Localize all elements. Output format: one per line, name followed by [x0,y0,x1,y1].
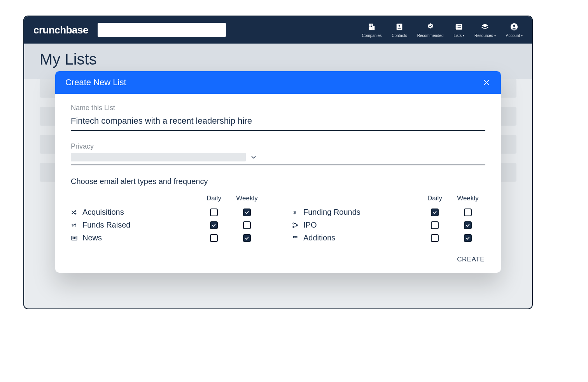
page-title: My Lists [40,51,516,68]
nav-item-companies[interactable]: Companies [362,23,382,38]
merge-icon [71,209,78,216]
alert-row-funding-rounds: $Funding Rounds [292,208,485,217]
col-header-weekly: Weekly [450,195,485,202]
svg-point-14 [513,25,516,27]
news-icon [71,235,78,242]
checkbox-left-0-weekly[interactable] [243,209,251,216]
nav-label: Companies [362,33,382,38]
col-header-daily: Daily [419,195,450,202]
chevron-down-icon: ▾ [494,34,496,37]
app-window: crunchbase CompaniesContactsRecommendedL… [23,16,533,309]
svg-point-21 [296,224,298,226]
modal-title: Create New List [65,77,126,88]
svg-point-7 [399,25,401,26]
checkbox-right-0-daily[interactable] [431,209,439,216]
svg-point-20 [293,226,294,228]
create-list-modal: Create New List Name this List Privacy [55,71,501,273]
alert-label: Acquisitions [82,208,124,217]
modal-footer: CREATE [71,246,485,267]
svg-rect-2 [369,25,370,25]
alert-label: Additions [303,233,335,242]
alerts-column-right: Daily Weekly $Funding RoundsIPONEWAdditi… [292,195,485,246]
svg-rect-10 [458,25,461,26]
svg-text:$: $ [72,223,74,227]
account-icon [510,23,518,32]
alert-row-ipo: IPO [292,221,485,230]
alert-row-funds-raised: $Funds Raised [71,221,264,230]
nav-item-resources[interactable]: Resources▾ [474,23,496,38]
close-icon[interactable] [482,78,491,87]
checkbox-right-1-daily[interactable] [431,221,439,229]
building-icon [368,23,376,32]
nav-item-recommended[interactable]: Recommended [417,23,444,38]
list-icon [455,23,463,32]
chevron-down-icon: ▾ [521,34,523,37]
modal-header: Create New List [55,71,501,94]
list-name-input[interactable] [71,114,485,131]
top-nav: CompaniesContactsRecommendedLists▾Resour… [362,23,523,38]
nav-label: Contacts [392,33,407,38]
alerts-column-left: Daily Weekly Acquisitions$Funds RaisedNe… [71,195,264,246]
col-header-weekly: Weekly [229,195,264,202]
ipo-icon [292,222,299,229]
svg-rect-17 [75,237,76,239]
alerts-section-title: Choose email alert types and frequency [71,177,485,186]
dollar-up-icon: $ [71,222,78,229]
alert-label: News [82,233,102,242]
nav-label: Resources▾ [474,33,496,38]
nav-label: Recommended [417,33,444,38]
checkbox-left-0-daily[interactable] [210,209,218,216]
layers-icon [481,23,489,32]
alerts-grid: Daily Weekly Acquisitions$Funds RaisedNe… [71,195,485,246]
alert-row-acquisitions: Acquisitions [71,208,264,217]
nav-label: Lists▾ [453,33,464,38]
svg-rect-11 [457,27,458,28]
privacy-field: Privacy [71,142,485,165]
privacy-label: Privacy [71,142,485,151]
svg-rect-3 [371,25,372,25]
svg-rect-4 [369,26,370,27]
badge-icon [426,23,435,32]
checkbox-right-1-weekly[interactable] [464,221,472,229]
svg-text:NEW: NEW [294,236,297,238]
name-label: Name this List [71,104,485,112]
chevron-down-icon: ▾ [463,34,464,37]
new-icon: NEW [292,235,299,242]
search-input[interactable] [98,23,226,37]
topbar: crunchbase CompaniesContactsRecommendedL… [24,16,532,44]
svg-rect-6 [397,23,402,30]
modal-body: Name this List Privacy Choose email aler… [55,94,501,273]
chevron-down-icon [250,153,257,161]
svg-rect-1 [373,26,375,30]
dollar-icon: $ [292,209,299,216]
alert-label: IPO [303,221,317,230]
nav-label: Account▾ [506,33,523,38]
alert-label: Funding Rounds [303,208,360,217]
privacy-select[interactable] [71,153,485,165]
svg-rect-9 [457,25,458,26]
checkbox-right-2-daily[interactable] [431,234,439,242]
svg-point-19 [293,223,294,224]
checkbox-right-2-weekly[interactable] [464,234,472,242]
svg-rect-5 [371,26,372,27]
privacy-value-placeholder [71,153,246,161]
nav-item-lists[interactable]: Lists▾ [453,23,464,38]
svg-rect-12 [458,27,461,28]
checkbox-right-0-weekly[interactable] [464,209,472,216]
svg-rect-0 [369,23,373,30]
checkbox-left-2-daily[interactable] [210,234,218,242]
alert-row-additions: NEWAdditions [292,233,485,242]
alert-row-news: News [71,233,264,242]
name-field: Name this List [71,104,485,131]
alert-label: Funds Raised [82,221,130,230]
checkbox-left-1-daily[interactable] [210,221,218,229]
content-area: Create New List Name this List Privacy [24,79,532,308]
brand-logo: crunchbase [33,24,88,36]
col-header-daily: Daily [198,195,229,202]
checkbox-left-1-weekly[interactable] [243,221,251,229]
nav-item-contacts[interactable]: Contacts [392,23,407,38]
checkbox-left-2-weekly[interactable] [243,234,251,242]
contact-icon [395,23,404,32]
nav-item-account[interactable]: Account▾ [506,23,523,38]
create-button[interactable]: CREATE [457,256,485,263]
